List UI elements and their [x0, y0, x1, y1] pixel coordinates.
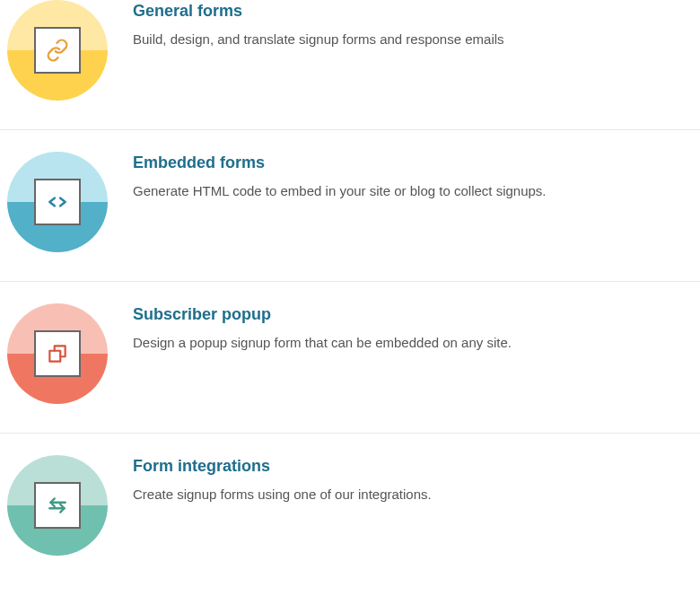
option-description: Generate HTML code to embed in your site… — [133, 181, 693, 200]
option-text: Embedded forms Generate HTML code to emb… — [133, 152, 693, 200]
option-text: Subscriber popup Design a popup signup f… — [133, 303, 693, 352]
link-icon — [7, 0, 108, 101]
option-subscriber-popup[interactable]: Subscriber popup Design a popup signup f… — [0, 282, 700, 434]
option-description: Design a popup signup form that can be e… — [133, 333, 693, 352]
option-title: Subscriber popup — [133, 305, 693, 324]
integrations-icon — [7, 455, 108, 556]
option-embedded-forms[interactable]: Embedded forms Generate HTML code to emb… — [0, 130, 700, 282]
code-icon — [7, 152, 108, 252]
option-form-integrations[interactable]: Form integrations Create signup forms us… — [0, 434, 700, 584]
svg-rect-0 — [49, 351, 60, 362]
option-title: General forms — [133, 2, 693, 21]
option-title: Embedded forms — [133, 154, 693, 172]
popup-icon — [7, 303, 108, 404]
option-text: General forms Build, design, and transla… — [133, 0, 693, 48]
signup-forms-option-list: General forms Build, design, and transla… — [0, 0, 700, 584]
option-title: Form integrations — [133, 457, 693, 476]
option-text: Form integrations Create signup forms us… — [133, 455, 693, 504]
option-description: Build, design, and translate signup form… — [133, 30, 693, 48]
option-description: Create signup forms using one of our int… — [133, 485, 693, 504]
option-general-forms[interactable]: General forms Build, design, and transla… — [0, 0, 700, 130]
